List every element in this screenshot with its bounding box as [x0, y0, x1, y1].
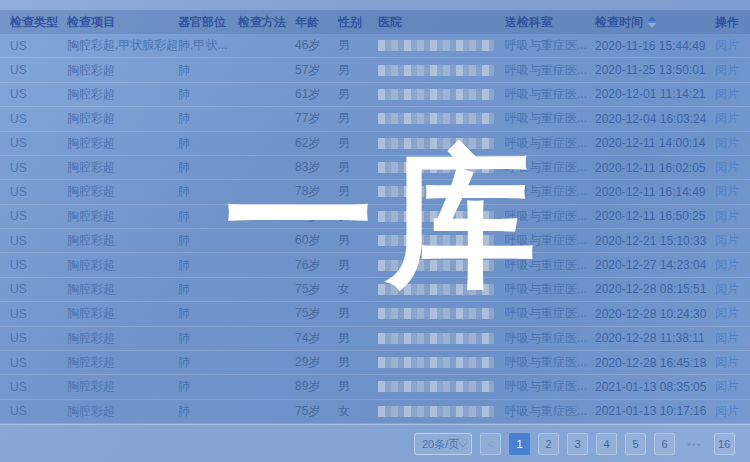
cell-organ: 肺: [178, 330, 238, 347]
pagination-bar: 20条/页 < 123456•••16: [0, 424, 750, 462]
cell-exam-item: 胸腔彩超: [67, 110, 178, 127]
view-image-link[interactable]: 阅片: [715, 282, 739, 296]
cell-dept: 呼吸与重症医...: [505, 232, 595, 249]
cell-action: 阅片: [715, 354, 750, 371]
cell-age: 29岁: [295, 354, 338, 371]
view-image-link[interactable]: 阅片: [715, 379, 739, 393]
column-header-gender[interactable]: 性别: [338, 14, 378, 31]
cell-action: 阅片: [715, 403, 750, 420]
cell-exam-time: 2020-12-27 14:23:04: [595, 258, 715, 272]
cell-organ: 肺: [178, 62, 238, 79]
cell-exam-type: US: [10, 209, 67, 223]
page-size-value: 20条/页: [422, 437, 459, 452]
page-ellipsis[interactable]: •••: [683, 433, 706, 455]
cell-exam-item: 胸腔彩超: [67, 208, 178, 225]
pager: 20条/页 < 123456•••16: [414, 433, 735, 455]
cell-dept: 呼吸与重症医...: [505, 37, 595, 54]
cell-exam-type: US: [10, 356, 67, 370]
column-header-exam-type[interactable]: 检查类型: [10, 14, 67, 31]
cell-exam-time: 2020-12-28 11:38:11: [595, 331, 715, 345]
column-header-exam-item[interactable]: 检查项目: [67, 14, 178, 31]
cell-age: 46岁: [295, 37, 338, 54]
cell-age: 78岁: [295, 183, 338, 200]
cell-gender: 女: [338, 403, 378, 420]
view-image-link[interactable]: 阅片: [715, 38, 739, 52]
cell-hospital: [378, 284, 505, 295]
cell-dept: 呼吸与重症医...: [505, 183, 595, 200]
redacted-hospital-block: [378, 211, 494, 222]
cell-hospital: [378, 260, 505, 271]
cell-organ: 肺: [178, 305, 238, 322]
prev-page-button[interactable]: <: [480, 433, 501, 455]
cell-hospital: [378, 308, 505, 319]
table-row: US胸腔彩超肺60岁男呼吸与重症医...2020-12-21 15:10:33阅…: [0, 229, 750, 253]
cell-gender: 女: [338, 281, 378, 298]
cell-dept: 呼吸与重症医...: [505, 135, 595, 152]
table-row: US胸腔彩超肺76岁男呼吸与重症医...2020-12-27 14:23:04阅…: [0, 253, 750, 277]
cell-age: 74岁: [295, 330, 338, 347]
page-button-16[interactable]: 16: [714, 433, 735, 455]
cell-gender: 男: [338, 232, 378, 249]
redacted-hospital-block: [378, 308, 494, 319]
page-button-6[interactable]: 6: [654, 433, 675, 455]
view-image-link[interactable]: 阅片: [715, 160, 739, 174]
column-header-dept[interactable]: 送检科室: [505, 14, 595, 31]
view-image-link[interactable]: 阅片: [715, 331, 739, 345]
cell-organ: 肺: [178, 159, 238, 176]
cell-age: 75岁: [295, 403, 338, 420]
view-image-link[interactable]: 阅片: [715, 87, 739, 101]
cell-exam-type: US: [10, 307, 67, 321]
column-header-hospital[interactable]: 医院: [378, 14, 505, 31]
cell-exam-time: 2020-11-16 15:44:49: [595, 39, 715, 53]
table-row: US胸腔彩超肺62岁男呼吸与重症医...2020-12-11 14:00:14阅…: [0, 132, 750, 156]
cell-organ: 肺: [178, 403, 238, 420]
cell-exam-item: 胸腔彩超,甲状腺彩超: [67, 37, 178, 54]
view-image-link[interactable]: 阅片: [715, 355, 739, 369]
cell-exam-item: 胸腔彩超: [67, 183, 178, 200]
page-size-select[interactable]: 20条/页: [414, 433, 472, 455]
view-image-link[interactable]: 阅片: [715, 136, 739, 150]
cell-exam-time: 2021-01-13 08:35:05: [595, 380, 715, 394]
cell-exam-item: 胸腔彩超: [67, 403, 178, 420]
view-image-link[interactable]: 阅片: [715, 233, 739, 247]
cell-action: 阅片: [715, 305, 750, 322]
view-image-link[interactable]: 阅片: [715, 209, 739, 223]
redacted-hospital-block: [378, 260, 494, 271]
column-header-method[interactable]: 检查方法: [238, 14, 295, 31]
cell-exam-item: 胸腔彩超: [67, 62, 178, 79]
page-button-4[interactable]: 4: [596, 433, 617, 455]
cell-dept: 呼吸与重症医...: [505, 330, 595, 347]
cell-exam-item: 胸腔彩超: [67, 330, 178, 347]
page-button-5[interactable]: 5: [625, 433, 646, 455]
table-body: US胸腔彩超,甲状腺彩超肺,甲状...46岁男呼吸与重症医...2020-11-…: [0, 34, 750, 424]
column-header-organ[interactable]: 器官部位: [178, 14, 238, 31]
page-button-2[interactable]: 2: [538, 433, 559, 455]
cell-exam-time: 2020-12-11 16:02:05: [595, 161, 715, 175]
page-button-3[interactable]: 3: [567, 433, 588, 455]
table-row: US胸腔彩超肺75岁女呼吸与重症医...2021-01-13 10:17:16阅…: [0, 400, 750, 424]
page-button-1[interactable]: 1: [509, 433, 530, 455]
cell-action: 阅片: [715, 62, 750, 79]
sort-icon[interactable]: [648, 16, 656, 28]
cell-exam-item: 胸腔彩超: [67, 378, 178, 395]
view-image-link[interactable]: 阅片: [715, 63, 739, 77]
column-header-exam-time[interactable]: 检查时间: [595, 14, 715, 31]
cell-hospital: [378, 406, 505, 417]
cell-action: 阅片: [715, 86, 750, 103]
view-image-link[interactable]: 阅片: [715, 111, 739, 125]
view-image-link[interactable]: 阅片: [715, 184, 739, 198]
cell-gender: 男: [338, 183, 378, 200]
view-image-link[interactable]: 阅片: [715, 404, 739, 418]
cell-exam-time: 2020-12-28 10:24:30: [595, 307, 715, 321]
view-image-link[interactable]: 阅片: [715, 306, 739, 320]
table-row: US胸腔彩超肺57岁男呼吸与重症医...2020-11-25 13:50:01阅…: [0, 58, 750, 82]
cell-action: 阅片: [715, 110, 750, 127]
cell-exam-time: 2020-12-04 16:03:24: [595, 112, 715, 126]
cell-dept: 呼吸与重症医...: [505, 86, 595, 103]
column-header-age[interactable]: 年龄: [295, 14, 338, 31]
view-image-link[interactable]: 阅片: [715, 258, 739, 272]
cell-exam-item: 胸腔彩超: [67, 135, 178, 152]
cell-age: 83岁: [295, 159, 338, 176]
cell-exam-time: 2020-11-25 13:50:01: [595, 63, 715, 77]
exam-time-label: 检查时间: [595, 14, 643, 31]
